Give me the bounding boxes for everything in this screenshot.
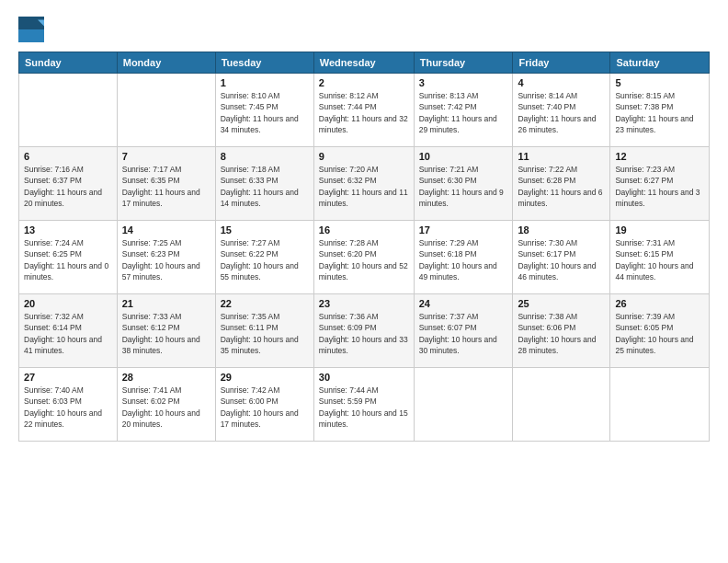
day-info: Sunrise: 8:13 AM Sunset: 7:42 PM Dayligh…: [419, 90, 508, 135]
day-number: 2: [319, 77, 409, 88]
day-info: Sunrise: 7:37 AM Sunset: 6:07 PM Dayligh…: [419, 311, 508, 356]
day-number: 5: [615, 77, 704, 88]
empty-cell: [513, 368, 610, 442]
day-number: 18: [518, 224, 605, 236]
day-number: 24: [419, 298, 508, 309]
weekday-header-wednesday: Wednesday: [313, 52, 414, 74]
day-info: Sunrise: 7:44 AM Sunset: 5:59 PM Dayligh…: [319, 385, 409, 430]
day-cell-17: 17Sunrise: 7:29 AM Sunset: 6:18 PM Dayli…: [414, 221, 513, 294]
day-cell-16: 16Sunrise: 7:28 AM Sunset: 6:20 PM Dayli…: [313, 221, 414, 294]
day-info: Sunrise: 7:25 AM Sunset: 6:23 PM Dayligh…: [122, 237, 210, 282]
day-number: 10: [419, 151, 508, 162]
weekday-header-monday: Monday: [117, 52, 215, 74]
weekday-header-friday: Friday: [513, 52, 610, 74]
day-cell-19: 19Sunrise: 7:31 AM Sunset: 6:15 PM Dayli…: [610, 221, 710, 294]
day-cell-29: 29Sunrise: 7:42 AM Sunset: 6:00 PM Dayli…: [215, 368, 313, 442]
day-number: 13: [24, 224, 112, 236]
day-number: 17: [419, 224, 508, 236]
day-number: 8: [221, 151, 309, 162]
day-number: 15: [221, 224, 309, 236]
day-number: 26: [615, 298, 704, 309]
day-info: Sunrise: 7:31 AM Sunset: 6:15 PM Dayligh…: [615, 237, 704, 282]
day-number: 12: [615, 151, 704, 162]
day-cell-5: 5Sunrise: 8:15 AM Sunset: 7:38 PM Daylig…: [610, 74, 710, 147]
day-cell-4: 4Sunrise: 8:14 AM Sunset: 7:40 PM Daylig…: [513, 74, 610, 147]
day-cell-9: 9Sunrise: 7:20 AM Sunset: 6:32 PM Daylig…: [313, 147, 414, 221]
svg-rect-1: [18, 29, 44, 42]
calendar-header: SundayMondayTuesdayWednesdayThursdayFrid…: [19, 52, 710, 74]
day-cell-6: 6Sunrise: 7:16 AM Sunset: 6:37 PM Daylig…: [19, 147, 118, 221]
day-cell-7: 7Sunrise: 7:17 AM Sunset: 6:35 PM Daylig…: [117, 147, 215, 221]
week-row-1: 1Sunrise: 8:10 AM Sunset: 7:45 PM Daylig…: [19, 74, 710, 147]
empty-cell: [414, 368, 513, 442]
day-cell-24: 24Sunrise: 7:37 AM Sunset: 6:07 PM Dayli…: [414, 294, 513, 368]
day-number: 16: [319, 224, 409, 236]
day-cell-30: 30Sunrise: 7:44 AM Sunset: 5:59 PM Dayli…: [313, 368, 414, 442]
logo-icon: [18, 17, 44, 42]
weekday-header-tuesday: Tuesday: [215, 52, 313, 74]
day-number: 28: [122, 372, 210, 383]
day-cell-28: 28Sunrise: 7:41 AM Sunset: 6:02 PM Dayli…: [117, 368, 215, 442]
day-info: Sunrise: 7:42 AM Sunset: 6:00 PM Dayligh…: [221, 385, 309, 430]
week-row-2: 6Sunrise: 7:16 AM Sunset: 6:37 PM Daylig…: [19, 147, 710, 221]
day-cell-23: 23Sunrise: 7:36 AM Sunset: 6:09 PM Dayli…: [313, 294, 414, 368]
svg-rect-0: [18, 17, 44, 29]
calendar-page: SundayMondayTuesdayWednesdayThursdayFrid…: [0, 0, 728, 563]
day-info: Sunrise: 7:18 AM Sunset: 6:33 PM Dayligh…: [221, 164, 309, 209]
calendar-body: 1Sunrise: 8:10 AM Sunset: 7:45 PM Daylig…: [19, 74, 710, 442]
day-number: 1: [221, 77, 309, 88]
day-number: 29: [221, 372, 309, 383]
day-number: 22: [221, 298, 309, 309]
day-number: 25: [518, 298, 605, 309]
day-number: 4: [518, 77, 605, 88]
day-info: Sunrise: 8:12 AM Sunset: 7:44 PM Dayligh…: [319, 90, 409, 135]
day-info: Sunrise: 7:16 AM Sunset: 6:37 PM Dayligh…: [24, 164, 112, 209]
day-info: Sunrise: 7:35 AM Sunset: 6:11 PM Dayligh…: [221, 311, 309, 356]
week-row-4: 20Sunrise: 7:32 AM Sunset: 6:14 PM Dayli…: [19, 294, 710, 368]
calendar-table: SundayMondayTuesdayWednesdayThursdayFrid…: [18, 52, 710, 442]
day-cell-20: 20Sunrise: 7:32 AM Sunset: 6:14 PM Dayli…: [19, 294, 118, 368]
empty-cell: [19, 74, 118, 147]
day-number: 30: [319, 372, 409, 383]
day-number: 19: [615, 224, 704, 236]
logo: [18, 17, 46, 42]
day-cell-8: 8Sunrise: 7:18 AM Sunset: 6:33 PM Daylig…: [215, 147, 313, 221]
day-cell-22: 22Sunrise: 7:35 AM Sunset: 6:11 PM Dayli…: [215, 294, 313, 368]
day-number: 21: [122, 298, 210, 309]
weekday-header-sunday: Sunday: [19, 52, 118, 74]
day-number: 7: [122, 151, 210, 162]
day-cell-26: 26Sunrise: 7:39 AM Sunset: 6:05 PM Dayli…: [610, 294, 710, 368]
day-cell-3: 3Sunrise: 8:13 AM Sunset: 7:42 PM Daylig…: [414, 74, 513, 147]
day-number: 6: [24, 151, 112, 162]
day-number: 14: [122, 224, 210, 236]
day-info: Sunrise: 7:38 AM Sunset: 6:06 PM Dayligh…: [518, 311, 605, 356]
day-cell-15: 15Sunrise: 7:27 AM Sunset: 6:22 PM Dayli…: [215, 221, 313, 294]
day-info: Sunrise: 7:20 AM Sunset: 6:32 PM Dayligh…: [319, 164, 409, 209]
day-cell-18: 18Sunrise: 7:30 AM Sunset: 6:17 PM Dayli…: [513, 221, 610, 294]
day-cell-25: 25Sunrise: 7:38 AM Sunset: 6:06 PM Dayli…: [513, 294, 610, 368]
week-row-3: 13Sunrise: 7:24 AM Sunset: 6:25 PM Dayli…: [19, 221, 710, 294]
day-info: Sunrise: 7:23 AM Sunset: 6:27 PM Dayligh…: [615, 164, 704, 209]
week-row-5: 27Sunrise: 7:40 AM Sunset: 6:03 PM Dayli…: [19, 368, 710, 442]
day-info: Sunrise: 7:28 AM Sunset: 6:20 PM Dayligh…: [319, 237, 409, 282]
day-info: Sunrise: 7:41 AM Sunset: 6:02 PM Dayligh…: [122, 385, 210, 430]
day-cell-1: 1Sunrise: 8:10 AM Sunset: 7:45 PM Daylig…: [215, 74, 313, 147]
day-info: Sunrise: 8:10 AM Sunset: 7:45 PM Dayligh…: [221, 90, 309, 135]
day-info: Sunrise: 7:21 AM Sunset: 6:30 PM Dayligh…: [419, 164, 508, 209]
day-number: 11: [518, 151, 605, 162]
day-info: Sunrise: 8:14 AM Sunset: 7:40 PM Dayligh…: [518, 90, 605, 135]
day-number: 9: [319, 151, 409, 162]
day-info: Sunrise: 7:39 AM Sunset: 6:05 PM Dayligh…: [615, 311, 704, 356]
day-info: Sunrise: 7:24 AM Sunset: 6:25 PM Dayligh…: [24, 237, 112, 282]
day-cell-12: 12Sunrise: 7:23 AM Sunset: 6:27 PM Dayli…: [610, 147, 710, 221]
day-info: Sunrise: 7:36 AM Sunset: 6:09 PM Dayligh…: [319, 311, 409, 356]
day-info: Sunrise: 7:29 AM Sunset: 6:18 PM Dayligh…: [419, 237, 508, 282]
header: [18, 17, 710, 42]
day-cell-27: 27Sunrise: 7:40 AM Sunset: 6:03 PM Dayli…: [19, 368, 118, 442]
empty-cell: [610, 368, 710, 442]
day-cell-14: 14Sunrise: 7:25 AM Sunset: 6:23 PM Dayli…: [117, 221, 215, 294]
weekday-header-saturday: Saturday: [610, 52, 710, 74]
day-info: Sunrise: 7:33 AM Sunset: 6:12 PM Dayligh…: [122, 311, 210, 356]
day-number: 3: [419, 77, 508, 88]
day-info: Sunrise: 7:32 AM Sunset: 6:14 PM Dayligh…: [24, 311, 112, 356]
